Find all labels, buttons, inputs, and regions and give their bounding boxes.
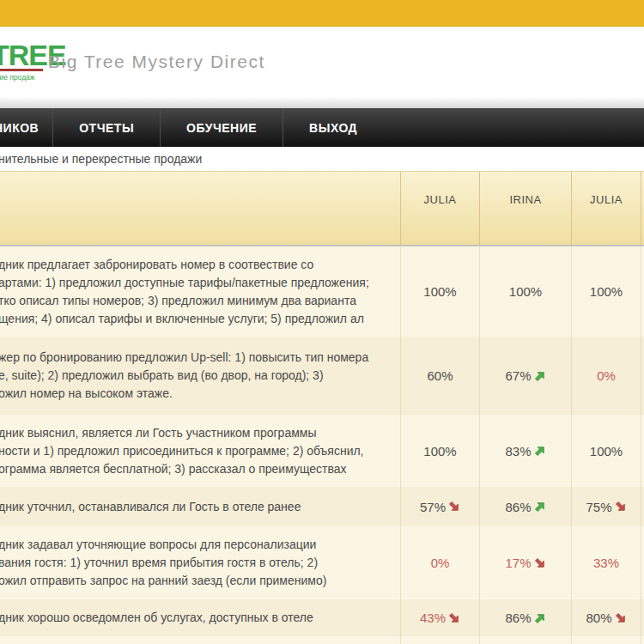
score-cell: 100%: [571, 246, 641, 337]
table-row-partial: [0, 636, 644, 644]
trend-down-icon: [615, 612, 627, 624]
score-value: 17%: [505, 556, 531, 570]
criterion-line: дник задавал уточняющие вопросы для перс…: [0, 536, 386, 554]
score-value: 86%: [505, 611, 531, 625]
score-cell: 67%: [479, 337, 571, 415]
score-cell: 100%: [400, 246, 479, 337]
criterion-line: ожил номер на высоком этаже.: [0, 385, 386, 403]
criterion-line: жер по бронированию предложил Up-sell: 1…: [0, 349, 386, 367]
criterion-line: артами: 1) предложил доступные тарифы/па…: [0, 274, 386, 292]
criterion-line: вания гостя: 1) уточнил время прибытия г…: [0, 554, 386, 572]
criterion-text: дник предлагает забронировать номер в со…: [0, 246, 400, 337]
table-row: жер по бронированию предложил Up-sell: 1…: [0, 337, 644, 415]
score-cell: 17%: [479, 526, 571, 599]
score-cell-cutoff: [641, 337, 644, 415]
site-title: Big Tree Mystery Direct: [48, 52, 265, 72]
criterion-line: дник выяснил, является ли Гость участник…: [0, 424, 386, 442]
trend-up-icon: [534, 501, 546, 513]
criterion-text: жер по бронированию предложил Up-sell: 1…: [0, 337, 400, 415]
criterion-text: дник уточнил, останавливался ли Гость в …: [0, 487, 400, 526]
trend-down-icon: [615, 501, 627, 513]
score-value: 100%: [423, 444, 456, 459]
logo-tagline: ение продаж: [0, 73, 36, 82]
table-row: дник выяснил, является ли Гость участник…: [0, 415, 644, 487]
trend-down-icon: [534, 557, 546, 569]
breadcrumb: нительные и перекрестные продажи: [0, 147, 644, 171]
score-value: 83%: [505, 444, 531, 459]
page-title: нительные и перекрестные продажи: [0, 152, 202, 166]
table-row: дник хорошо осведомлен об услугах, досту…: [0, 599, 644, 636]
score-value: 0%: [597, 368, 616, 383]
trend-down-icon: [448, 501, 460, 513]
trend-up-icon: [534, 612, 546, 624]
table-header: JULIA IRINA JULIA: [0, 171, 644, 246]
score-cell: 0%: [400, 526, 479, 599]
logo[interactable]: TREE ение продаж: [0, 42, 36, 82]
score-cell: 83%: [479, 415, 571, 487]
score-value: 43%: [420, 611, 446, 625]
score-cell: 100%: [400, 415, 479, 487]
score-cell-cutoff: [641, 599, 644, 636]
score-cell: 75%: [571, 487, 641, 526]
criterion-line: е, suite); 2) предложил выбрать вид (во …: [0, 367, 386, 385]
masthead: TREE ение продаж Big Tree Mystery Direct: [0, 27, 644, 97]
score-value: 100%: [509, 284, 542, 299]
score-value: 67%: [505, 368, 531, 383]
score-cell: [400, 636, 479, 644]
nav-item-reports[interactable]: ОТЧЕТЫ: [52, 108, 160, 147]
criterion-line: ности и 1) предложил присоединиться к пр…: [0, 442, 386, 460]
score-value: 57%: [420, 500, 446, 514]
column-header-irina: IRINA: [479, 172, 571, 245]
score-value: 100%: [423, 284, 456, 299]
criterion-text: дник задавал уточняющие вопросы для перс…: [0, 526, 400, 599]
score-cell-cutoff: [641, 636, 644, 644]
criterion-text: дник хорошо осведомлен об услугах, досту…: [0, 599, 400, 636]
nav-item-logout[interactable]: ВЫХОД: [283, 108, 383, 147]
score-value: 33%: [593, 556, 619, 570]
score-cell: [571, 636, 641, 644]
top-accent-bar: [0, 0, 644, 27]
criterion-text: [0, 636, 400, 644]
table-row: дник предлагает забронировать номер в со…: [0, 246, 644, 337]
criterion-line: щения; 4) описал тарифы и включенные усл…: [0, 310, 386, 328]
criteria-column-header: [0, 172, 400, 245]
score-cell-cutoff: [641, 487, 644, 526]
score-cell: 100%: [571, 415, 641, 487]
table-row: дник уточнил, останавливался ли Гость в …: [0, 487, 644, 526]
score-cell: 86%: [479, 487, 571, 526]
trend-down-icon: [448, 612, 460, 624]
score-cell: 43%: [400, 599, 479, 636]
score-cell-cutoff: [641, 526, 644, 599]
criterion-line: ограмма является бесплатной; 3) рассказа…: [0, 460, 386, 478]
score-value: 100%: [590, 444, 623, 459]
score-cell: 0%: [571, 337, 641, 415]
header-divider-strip: [0, 97, 644, 108]
score-cell: 100%: [479, 246, 571, 337]
score-cell: 80%: [571, 599, 641, 636]
column-header-julia-1: JULIA: [400, 172, 479, 245]
score-cell-cutoff: [641, 415, 644, 487]
main-nav: НИКОВ ОТЧЕТЫ ОБУЧЕНИЕ ВЫХОД: [0, 108, 644, 147]
score-value: 60%: [427, 368, 453, 383]
score-value: 86%: [505, 500, 531, 514]
score-cell: 57%: [400, 487, 479, 526]
criterion-line: тко описал типы номеров; 3) предложил ми…: [0, 292, 386, 310]
score-cell: 33%: [571, 526, 641, 599]
score-cell: [479, 636, 571, 644]
score-cell: 60%: [400, 337, 479, 415]
nav-item-training[interactable]: ОБУЧЕНИЕ: [160, 108, 283, 147]
score-cell-cutoff: [641, 246, 644, 337]
criterion-line: дник хорошо осведомлен об услугах, досту…: [0, 609, 386, 627]
score-cell: 86%: [479, 599, 571, 636]
table-body: дник предлагает забронировать номер в со…: [0, 246, 644, 644]
trend-up-icon: [534, 445, 546, 457]
criterion-line: ожил отправить запрос на ранний заезд (е…: [0, 572, 386, 590]
column-header-julia-2: JULIA: [571, 172, 641, 245]
nav-item-employees[interactable]: НИКОВ: [0, 108, 52, 147]
score-value: 100%: [590, 284, 623, 299]
criterion-line: дник предлагает забронировать номер в со…: [0, 256, 386, 274]
score-value: 75%: [586, 500, 611, 514]
column-header-cutoff: [641, 172, 644, 245]
trend-up-icon: [534, 370, 546, 382]
table-row: дник задавал уточняющие вопросы для перс…: [0, 526, 644, 599]
